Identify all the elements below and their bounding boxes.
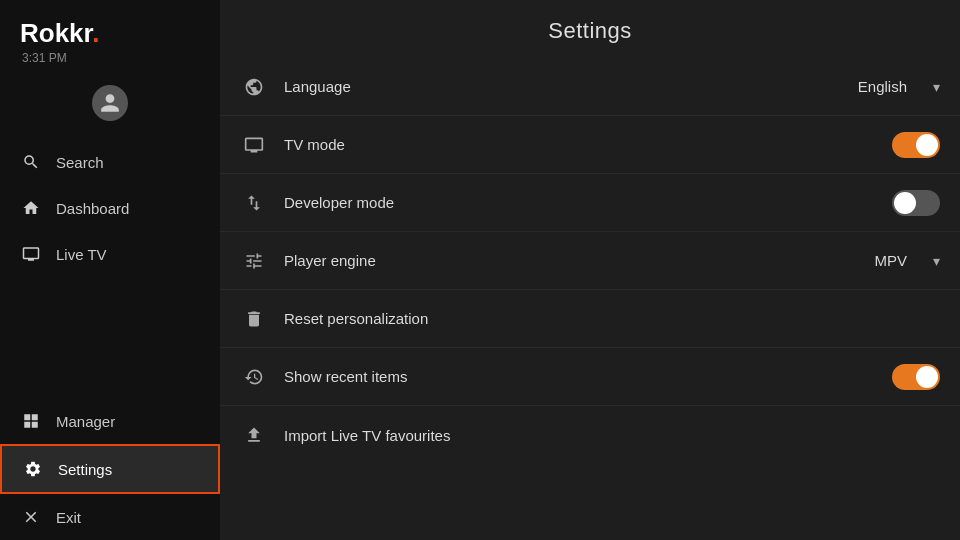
- showrecent-toggle-knob: [916, 366, 938, 388]
- settings-item-tvmode[interactable]: TV mode: [220, 116, 960, 174]
- playerengine-value: MPV: [874, 252, 907, 269]
- showrecent-label: Show recent items: [284, 368, 876, 385]
- gear-icon: [22, 460, 44, 478]
- logo: Rokkr.: [20, 18, 100, 49]
- swap-icon: [240, 193, 268, 213]
- language-label: Language: [284, 78, 842, 95]
- sidebar-item-label: Live TV: [56, 246, 107, 263]
- search-icon: [20, 153, 42, 171]
- settings-item-devmode[interactable]: Developer mode: [220, 174, 960, 232]
- tv-icon: [20, 245, 42, 263]
- sidebar: Rokkr. 3:31 PM Search Dashboard: [0, 0, 220, 540]
- settings-item-language[interactable]: Language English ▾: [220, 58, 960, 116]
- monitor-icon: [240, 135, 268, 155]
- sidebar-item-search[interactable]: Search: [0, 139, 220, 185]
- sidebar-item-dashboard[interactable]: Dashboard: [0, 185, 220, 231]
- history-icon: [240, 367, 268, 387]
- showrecent-toggle[interactable]: [892, 364, 940, 390]
- settings-item-playerengine[interactable]: Player engine MPV ▾: [220, 232, 960, 290]
- tvmode-toggle[interactable]: [892, 132, 940, 158]
- user-icon: [99, 92, 121, 114]
- sidebar-item-settings[interactable]: Settings: [0, 444, 220, 494]
- trash-icon: [240, 309, 268, 329]
- sidebar-item-label: Exit: [56, 509, 81, 526]
- sidebar-item-manager[interactable]: Manager: [0, 398, 220, 444]
- tvmode-toggle-knob: [916, 134, 938, 156]
- time-display: 3:31 PM: [22, 51, 67, 65]
- devmode-toggle-knob: [894, 192, 916, 214]
- avatar-container: [0, 73, 220, 129]
- globe-icon: [240, 77, 268, 97]
- x-icon: [20, 508, 42, 526]
- sidebar-item-label: Dashboard: [56, 200, 129, 217]
- tvmode-label: TV mode: [284, 136, 876, 153]
- playerengine-label: Player engine: [284, 252, 858, 269]
- main-content: Settings Language English ▾ TV mode: [220, 0, 960, 540]
- settings-item-resetpersonalization[interactable]: Reset personalization: [220, 290, 960, 348]
- importlivetv-label: Import Live TV favourites: [284, 427, 940, 444]
- settings-item-showrecent[interactable]: Show recent items: [220, 348, 960, 406]
- grid-icon: [20, 412, 42, 430]
- sidebar-item-label: Manager: [56, 413, 115, 430]
- devmode-label: Developer mode: [284, 194, 876, 211]
- sliders-icon: [240, 251, 268, 271]
- avatar[interactable]: [92, 85, 128, 121]
- sidebar-item-label: Search: [56, 154, 104, 171]
- devmode-toggle[interactable]: [892, 190, 940, 216]
- language-dropdown-arrow: ▾: [933, 79, 940, 95]
- home-icon: [20, 199, 42, 217]
- language-value: English: [858, 78, 907, 95]
- upload-icon: [240, 425, 268, 445]
- sidebar-header: Rokkr. 3:31 PM: [0, 0, 220, 73]
- playerengine-dropdown-arrow: ▾: [933, 253, 940, 269]
- resetpersonalization-label: Reset personalization: [284, 310, 940, 327]
- logo-dot: .: [92, 18, 99, 48]
- sidebar-item-exit[interactable]: Exit: [0, 494, 220, 540]
- sidebar-nav: Search Dashboard Live TV Manager: [0, 129, 220, 540]
- settings-list: Language English ▾ TV mode Developer mod…: [220, 58, 960, 540]
- sidebar-item-label: Settings: [58, 461, 112, 478]
- page-title: Settings: [220, 0, 960, 58]
- sidebar-item-livetv[interactable]: Live TV: [0, 231, 220, 277]
- settings-item-importlivetv[interactable]: Import Live TV favourites: [220, 406, 960, 464]
